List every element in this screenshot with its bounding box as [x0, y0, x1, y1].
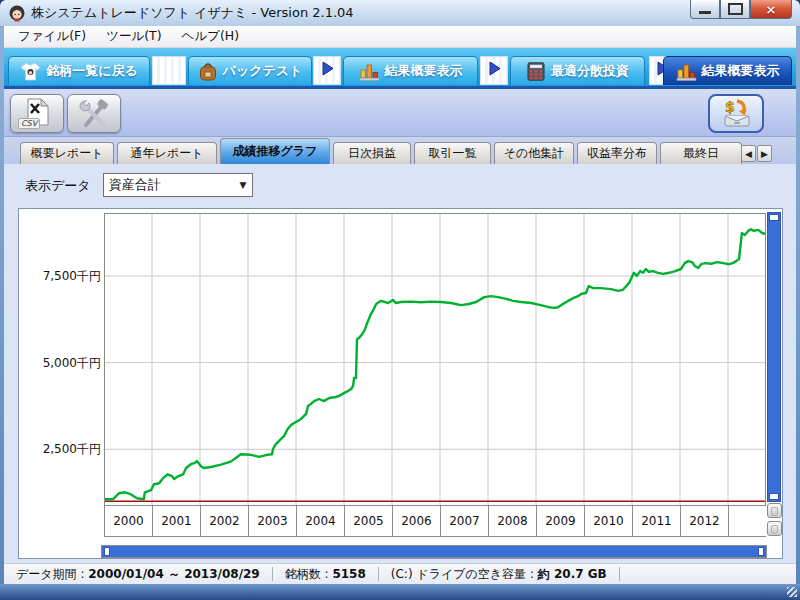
toolbar: CSV $: [4, 89, 796, 137]
y-tick-label: 5,000千円: [21, 355, 101, 372]
nav-gap-0: [152, 56, 186, 85]
window-body: ファイル(F)ツール(T)ヘルプ(H) 銘柄一覧に戻るバックテスト結果概要表示最…: [4, 26, 796, 584]
money-box-icon: $: [717, 98, 755, 129]
h-slider-right-thumb[interactable]: [758, 547, 764, 556]
x-axis-year-cell: 2008: [489, 506, 537, 536]
nav-button-4[interactable]: 結果概要表示: [663, 56, 792, 85]
button-face: [771, 507, 778, 516]
maximize-icon: [728, 3, 743, 15]
v-slider-bottom-thumb[interactable]: [769, 493, 779, 500]
x-axis-year-cell: 2000: [105, 506, 153, 536]
tab-3[interactable]: 日次損益: [333, 142, 411, 164]
x-axis-year-cell: 2006: [393, 506, 441, 536]
tab-0[interactable]: 概要レポート: [20, 142, 114, 164]
x-axis-year-cell: 2010: [585, 506, 633, 536]
tab-scroll-right-button[interactable]: ▶: [757, 145, 772, 162]
minimize-button[interactable]: [690, 0, 720, 19]
menu-bar: ファイル(F)ツール(T)ヘルプ(H): [4, 26, 796, 48]
title-bar: 株システムトレードソフト イザナミ - Version 2.1.04 ×: [0, 0, 800, 27]
chart-option-button-2[interactable]: [767, 521, 782, 536]
application-window: 株システムトレードソフト イザナミ - Version 2.1.04 × ファイ…: [0, 0, 800, 600]
shirt-icon: [20, 62, 41, 81]
x-axis-year-cell: 2004: [297, 506, 345, 536]
tab-7[interactable]: 最終日: [660, 142, 742, 164]
nav-button-label: 結果概要表示: [385, 62, 463, 80]
maximize-button[interactable]: [720, 0, 750, 19]
close-icon: ×: [766, 2, 777, 17]
tab-4[interactable]: 取引一覧: [414, 142, 491, 164]
tab-2[interactable]: 成績推移グラフ: [220, 138, 330, 164]
play-arrow-icon: [486, 60, 503, 81]
bar-chart-icon: [359, 62, 380, 81]
x-axis-year-cell: 2011: [633, 506, 681, 536]
tab-scroll-left-button[interactable]: ◀: [741, 145, 756, 162]
nav-button-3[interactable]: 最適分散投資: [510, 56, 645, 85]
v-slider-top-thumb[interactable]: [769, 214, 779, 221]
x-axis-year-cell: 2002: [201, 506, 249, 536]
bag-icon: [198, 62, 218, 81]
nav-gap-2: [480, 56, 508, 85]
x-axis-year-cell: 2005: [345, 506, 393, 536]
status-item-2: (C:) ドライブの空き容量 : 約 20.7 GB: [379, 566, 619, 583]
menu-item-2[interactable]: ヘルプ(H): [172, 26, 250, 47]
nav-button-label: 銘柄一覧に戻る: [46, 62, 138, 80]
x-axis-year-cell: 2012: [681, 506, 729, 536]
content-area: 表示データ 資産合計 ▼ 2,500千円5,000千円7,500千円 20002…: [4, 164, 796, 563]
h-slider-left-thumb[interactable]: [104, 547, 110, 556]
nav-button-2[interactable]: 結果概要表示: [343, 56, 478, 85]
csv-export-button[interactable]: CSV: [10, 94, 64, 133]
x-axis-year-cell: 2009: [537, 506, 585, 536]
menu-item-1[interactable]: ツール(T): [96, 26, 171, 47]
tab-6[interactable]: 収益率分布: [577, 142, 657, 164]
fund-export-button[interactable]: $: [708, 94, 764, 133]
nav-button-1[interactable]: バックテスト: [188, 56, 312, 85]
svg-text:$: $: [725, 99, 735, 115]
wrench-hammer-icon: [77, 98, 111, 129]
equity-curve-chart-panel: 2,500千円5,000千円7,500千円 200020012002200320…: [18, 208, 783, 559]
chart-option-button-1[interactable]: [767, 503, 782, 518]
display-data-select[interactable]: 資産合計 ▼: [103, 173, 253, 197]
nav-button-label: 結果概要表示: [702, 62, 780, 80]
y-tick-label: 7,500千円: [21, 268, 101, 285]
y-tick-label: 2,500千円: [21, 441, 101, 458]
nav-button-label: バックテスト: [223, 62, 303, 80]
x-axis-year-cell: 2007: [441, 506, 489, 536]
calculator-icon: [526, 62, 546, 81]
close-button[interactable]: ×: [750, 0, 792, 19]
status-divider: [619, 567, 620, 581]
x-axis-year-cell: 2003: [249, 506, 297, 536]
tab-1[interactable]: 通年レポート: [117, 142, 217, 164]
tools-button[interactable]: [67, 94, 121, 133]
nav-button-label: 最適分散投資: [551, 62, 629, 80]
chevron-down-icon: ▼: [234, 180, 252, 190]
window-bottom-frame: [0, 584, 800, 600]
status-item-0: データ期間 : 2000/01/04 ～ 2013/08/29: [4, 566, 272, 583]
workflow-nav-bar: 銘柄一覧に戻るバックテスト結果概要表示最適分散投資結果概要表示: [4, 48, 796, 86]
tab-5[interactable]: その他集計: [494, 142, 574, 164]
report-tab-bar: 概要レポート通年レポート成績推移グラフ日次損益取引一覧その他集計収益率分布最終日…: [4, 137, 796, 164]
x-axis-year-row: 2000200120022003200420052006200720082009…: [104, 506, 766, 537]
x-axis-year-cell: [729, 506, 766, 536]
status-item-1: 銘柄数 : 5158: [273, 566, 378, 583]
window-title: 株システムトレードソフト イザナミ - Version 2.1.04: [31, 4, 354, 22]
display-data-label: 表示データ: [25, 177, 91, 195]
x-axis-year-cell: 2001: [153, 506, 201, 536]
app-icon: [8, 5, 26, 22]
csv-label: CSV: [18, 118, 40, 129]
minimize-icon: [699, 11, 711, 14]
resize-grip[interactable]: [787, 587, 797, 597]
button-face: [771, 525, 778, 534]
bar-chart-icon: [676, 62, 697, 81]
horizontal-range-slider[interactable]: [101, 545, 767, 558]
menu-item-0[interactable]: ファイル(F): [8, 26, 96, 47]
status-bar: データ期間 : 2000/01/04 ～ 2013/08/29銘柄数 : 515…: [4, 563, 796, 584]
play-arrow-icon: [319, 60, 336, 81]
vertical-zoom-slider[interactable]: [767, 212, 781, 502]
display-data-selected-value: 資産合計: [104, 176, 234, 194]
nav-button-0[interactable]: 銘柄一覧に戻る: [8, 56, 150, 85]
nav-gap-1: [313, 56, 341, 85]
equity-curve-plot: [104, 213, 766, 506]
